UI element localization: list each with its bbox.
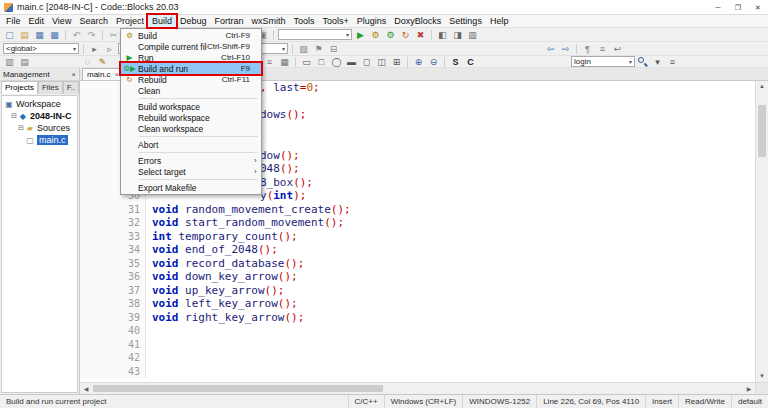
search-magnifier-icon[interactable] [637,56,649,68]
build-menu-item-select-target[interactable]: Select target› [121,166,261,177]
bookmark-icon[interactable]: ⚑ [312,43,325,55]
debugging-windows-icon[interactable]: ◧ [436,29,449,41]
build-menu-item-run[interactable]: ▶RunCtrl-F10 [121,52,261,63]
call-stack-icon[interactable]: ≡ [263,56,276,68]
code-text[interactable] [146,324,152,338]
menubar-item-file[interactable]: File [2,15,25,27]
menubar-item-search[interactable]: Search [75,15,112,27]
column-mode-icon[interactable]: C [464,56,477,68]
minimize-button[interactable]: ─ [708,0,728,14]
line-number[interactable]: 32 [80,216,146,230]
wxsmith-pointer-tool-icon[interactable]: ▭ [300,56,313,68]
code-text[interactable]: void end_of_2048(); [146,243,278,257]
menubar-item-help[interactable]: Help [486,15,513,27]
memory-view-icon[interactable]: ▦ [278,56,291,68]
scroll-up-icon[interactable]: ▲ [756,81,768,92]
search-options-icon[interactable]: ≡ [666,56,679,68]
layout-icon[interactable]: ▤ [18,56,31,68]
vertical-scrollbar[interactable]: ▲ ▼ [755,81,768,382]
sidebar-tab-files[interactable]: Files [38,81,63,94]
code-text[interactable]: void start_random_movement(); [146,216,344,230]
close-button[interactable]: ✕ [748,0,768,14]
code-text[interactable] [146,365,152,379]
word-wrap-icon[interactable]: ↩ [611,43,624,55]
build-and-run-icon[interactable]: ⚙ [384,29,397,41]
build-target-combo[interactable]: ▾ [278,29,352,40]
sidebar-tab-projects[interactable]: Projects [1,81,38,94]
line-number[interactable]: 35 [80,257,146,271]
search-next-icon[interactable]: ▾ [651,56,664,68]
goto-declaration-icon[interactable]: ▸ [88,43,101,55]
menubar-item-edit[interactable]: Edit [25,15,49,27]
quick-search-icon[interactable]: ◌ [81,56,94,68]
scroll-down-icon[interactable]: ▼ [756,371,768,382]
scope-combo[interactable]: <global>▾ [3,43,79,54]
wxsmith-panel-tool-icon[interactable]: ◻ [360,56,373,68]
abort-build-icon[interactable]: ✖ [414,29,427,41]
line-number[interactable]: 42 [80,351,146,365]
scroll-right-icon[interactable]: ▶ [743,385,755,392]
scroll-left-icon[interactable]: ◀ [80,385,92,392]
various-windows-icon[interactable]: ▥ [466,29,479,41]
menubar-item-build[interactable]: Build [148,15,176,27]
run-icon[interactable]: ▶ [354,29,367,41]
properties-icon[interactable]: ▥ [3,56,16,68]
indent-guides-icon[interactable]: ≡ [596,43,609,55]
build-menu-item-build-and-run[interactable]: ⚙▶Build and runF9 [121,63,261,74]
line-number[interactable]: 39 [80,311,146,325]
code-text[interactable] [146,338,152,352]
build-menu-item-build[interactable]: ⚙BuildCtrl-F9 [121,30,261,41]
build-menu-item-export-makefile[interactable]: Export Makefile [121,182,261,193]
horizontal-scroll-thumb[interactable] [93,385,383,392]
cut-icon[interactable]: ✂ [107,29,120,41]
undo-icon[interactable]: ↶ [70,29,83,41]
build-icon[interactable]: ⚙ [369,29,382,41]
build-menu-item-abort[interactable]: Abort [121,139,261,150]
maximize-button[interactable]: ❐ [728,0,748,14]
menubar-item-tools[interactable]: Tools [290,15,319,27]
horizontal-scrollbar[interactable]: ◀ ▶ [80,382,768,394]
new-file-icon[interactable]: ▢ [3,29,16,41]
code-text[interactable]: void left_key_arrow(); [146,297,298,311]
sidebar-tab-f[interactable]: F.. [63,81,79,94]
line-number[interactable]: 43 [80,365,146,379]
line-number[interactable]: 34 [80,243,146,257]
selection-mode-icon[interactable]: S [449,56,462,68]
zoom-out-icon[interactable]: ⊖ [427,56,440,68]
line-number[interactable]: 33 [80,230,146,244]
menubar-item-project[interactable]: Project [112,15,148,27]
nav-back-icon[interactable]: ⇦ [544,43,557,55]
code-text[interactable]: int temporary_count(); [146,230,298,244]
wxsmith-frame-tool-icon[interactable]: □ [315,56,328,68]
info-windows-icon[interactable]: ◨ [451,29,464,41]
code-text[interactable]: void right_key_arrow(); [146,311,304,325]
save-icon[interactable]: ▦ [33,29,46,41]
panel-close-icon[interactable]: × [71,70,76,79]
menubar-item-settings[interactable]: Settings [445,15,486,27]
menubar-item-debug[interactable]: Debug [176,15,211,27]
code-text[interactable] [146,351,152,365]
line-number[interactable]: 31 [80,203,146,217]
code-text[interactable]: void down_key_arrow(); [146,270,298,284]
wxsmith-circle-tool-icon[interactable]: ◯ [330,56,343,68]
build-menu-item-rebuild-workspace[interactable]: Rebuild workspace [121,112,261,123]
fold-all-icon[interactable]: ⊟ [327,43,340,55]
tree-item-sources[interactable]: ⊟▰Sources [2,122,77,134]
build-menu-item-clean-workspace[interactable]: Clean workspace [121,123,261,134]
code-text[interactable]: void up_key_arrow(); [146,284,284,298]
code-text[interactable]: void random_movement_create(); [146,203,351,217]
goto-implementation-icon[interactable]: ▹ [103,43,116,55]
rebuild-icon[interactable]: ↻ [399,29,412,41]
build-menu-item-clean[interactable]: Clean [121,85,261,96]
open-file-icon[interactable]: ▤ [18,29,31,41]
tree-item-workspace[interactable]: ▣Workspace [2,98,77,110]
line-number[interactable]: 41 [80,338,146,352]
line-number[interactable]: 37 [80,284,146,298]
menubar-item-fortran[interactable]: Fortran [210,15,247,27]
tree-item-2048-in-c[interactable]: ⊟◆2048-IN-C [2,110,77,122]
menubar-item-doxyblocks[interactable]: DoxyBlocks [390,15,445,27]
wxsmith-grid-tool-icon[interactable]: ⊞ [390,56,403,68]
code-text[interactable]: void record_database(); [146,257,304,271]
vertical-scroll-thumb[interactable] [758,105,766,157]
show-whitespace-icon[interactable]: ¶ [581,43,594,55]
